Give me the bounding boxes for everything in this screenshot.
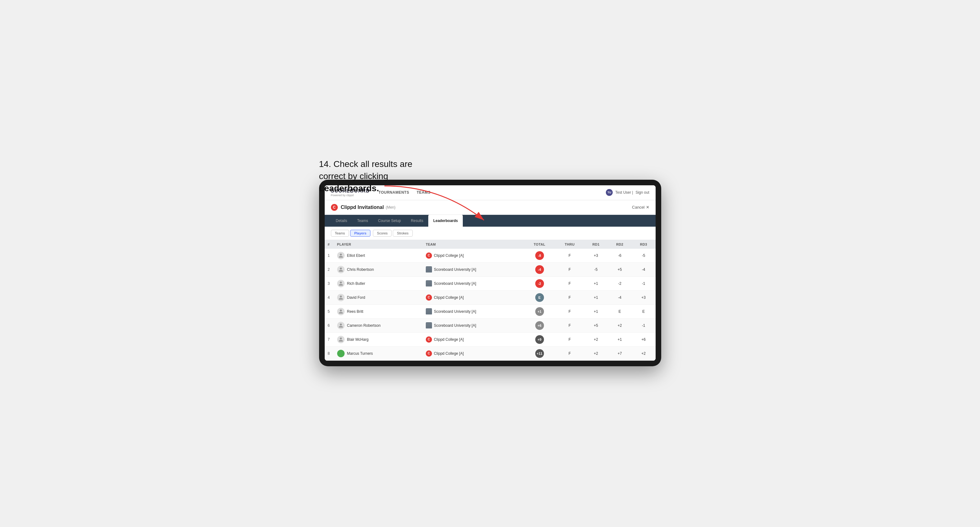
nav-right: TU Test User | Sign out <box>606 189 649 196</box>
cell-player: David Ford <box>334 290 423 305</box>
cell-thru: F <box>555 249 584 263</box>
cell-total: +6 <box>524 318 555 332</box>
cell-thru: F <box>555 276 584 290</box>
player-avatar <box>337 336 345 343</box>
cell-player: Cameron Robertson <box>334 318 423 332</box>
cell-pos: 1 <box>325 249 334 263</box>
cell-rd2: +7 <box>608 346 632 360</box>
cell-thru: F <box>555 318 584 332</box>
cell-thru: F <box>555 332 584 346</box>
player-avatar <box>337 322 345 329</box>
cell-team: Scoreboard University [A] <box>423 318 524 332</box>
col-rd1: RD1 <box>584 240 608 249</box>
cell-rd1: +5 <box>584 318 608 332</box>
table-row: 6 Cameron RobertsonScoreboard University… <box>325 318 655 332</box>
leaderboard-table: # PLAYER TEAM TOTAL THRU RD1 RD2 RD3 1 <box>325 240 655 361</box>
team-icon-clippd: C <box>426 351 432 357</box>
tournament-tag: (Men) <box>386 205 395 210</box>
nav-teams[interactable]: TEAMS <box>417 189 431 196</box>
cell-thru: F <box>555 346 584 360</box>
cell-rd3: -1 <box>632 276 655 290</box>
cell-player: Chris Robertson <box>334 262 423 276</box>
cell-rd1: +1 <box>584 290 608 305</box>
tab-results[interactable]: Results <box>406 215 428 227</box>
cell-total: +11 <box>524 346 555 360</box>
filter-teams[interactable]: Teams <box>331 230 349 237</box>
cell-team: CClippd College [A] <box>423 346 524 360</box>
tab-leaderboards[interactable]: Leaderboards <box>428 215 463 227</box>
cell-rd1: +2 <box>584 332 608 346</box>
instruction-text: 14. Check all results are correct by cli… <box>319 158 418 195</box>
filter-strokes[interactable]: Strokes <box>393 230 412 237</box>
team-icon-scoreboard <box>426 308 432 315</box>
cell-pos: 7 <box>325 332 334 346</box>
cell-team: CClippd College [A] <box>423 290 524 305</box>
table-row: 3 Rich ButlerScoreboard University [A]-2… <box>325 276 655 290</box>
cell-pos: 2 <box>325 262 334 276</box>
cell-team: Scoreboard University [A] <box>423 276 524 290</box>
instruction-body: Check all results are correct by clickin… <box>319 159 412 181</box>
user-avatar: TU <box>606 189 613 196</box>
cell-rd2: +2 <box>608 318 632 332</box>
cell-player: Rich Butler <box>334 276 423 290</box>
cell-total: E <box>524 290 555 305</box>
table-row: 8Marcus TurnersCClippd College [A]+11F+2… <box>325 346 655 360</box>
tablet-frame: SCOREBOARD Powered by clippd TOURNAMENTS… <box>319 180 661 366</box>
cell-rd3: -4 <box>632 262 655 276</box>
cell-pos: 5 <box>325 305 334 318</box>
col-rd2: RD2 <box>608 240 632 249</box>
leaderboard-table-container: # PLAYER TEAM TOTAL THRU RD1 RD2 RD3 1 <box>325 240 655 361</box>
cell-team: CClippd College [A] <box>423 249 524 263</box>
tab-course-setup[interactable]: Course Setup <box>373 215 406 227</box>
tournament-icon: C <box>331 204 338 211</box>
player-avatar <box>337 252 345 259</box>
filter-scores[interactable]: Scores <box>373 230 391 237</box>
player-avatar <box>337 308 345 315</box>
cell-rd3: +2 <box>632 346 655 360</box>
col-team: TEAM <box>423 240 524 249</box>
cell-rd2: E <box>608 305 632 318</box>
col-player: PLAYER <box>334 240 423 249</box>
cell-rd1: -5 <box>584 262 608 276</box>
cell-rd3: +3 <box>632 290 655 305</box>
cell-thru: F <box>555 262 584 276</box>
col-pos: # <box>325 240 334 249</box>
step-number: 14. <box>319 159 331 169</box>
cell-rd2: +5 <box>608 262 632 276</box>
cell-total: -2 <box>524 276 555 290</box>
cell-team: Scoreboard University [A] <box>423 305 524 318</box>
cell-rd1: +1 <box>584 276 608 290</box>
team-icon-clippd: C <box>426 294 432 301</box>
tab-teams[interactable]: Teams <box>352 215 373 227</box>
col-thru: THRU <box>555 240 584 249</box>
team-icon-scoreboard <box>426 281 432 287</box>
cell-rd3: -5 <box>632 249 655 263</box>
cancel-button[interactable]: Cancel ✕ <box>632 205 649 210</box>
cell-rd1: +3 <box>584 249 608 263</box>
player-avatar <box>337 266 345 273</box>
table-row: 4 David FordCClippd College [A]EF+1-4+3 <box>325 290 655 305</box>
table-body: 1 Elliot EbertCClippd College [A]-8F+3-6… <box>325 249 655 361</box>
outer-wrapper: 14. Check all results are correct by cli… <box>319 161 661 366</box>
filter-players[interactable]: Players <box>350 230 371 237</box>
team-icon-scoreboard <box>426 267 432 273</box>
tab-bar: Details Teams Course Setup Results Leade… <box>325 215 655 227</box>
filter-bar: Teams Players Scores Strokes <box>325 227 655 240</box>
cell-total: -4 <box>524 262 555 276</box>
cell-rd1: +1 <box>584 305 608 318</box>
cell-rd2: +1 <box>608 332 632 346</box>
cell-team: CClippd College [A] <box>423 332 524 346</box>
cell-player: Marcus Turners <box>334 346 423 360</box>
tournament-title: Clippd Invitational <box>341 205 384 210</box>
col-rd3: RD3 <box>632 240 655 249</box>
cell-player: Rees Britt <box>334 305 423 318</box>
cell-player: Blair McHarg <box>334 332 423 346</box>
team-icon-clippd: C <box>426 252 432 259</box>
table-row: 2 Chris RobertsonScoreboard University [… <box>325 262 655 276</box>
cell-rd2: -4 <box>608 290 632 305</box>
player-avatar <box>337 280 345 287</box>
cell-rd3: -1 <box>632 318 655 332</box>
signout-link[interactable]: Sign out <box>635 190 649 195</box>
tab-details[interactable]: Details <box>331 215 352 227</box>
cell-rd1: +2 <box>584 346 608 360</box>
